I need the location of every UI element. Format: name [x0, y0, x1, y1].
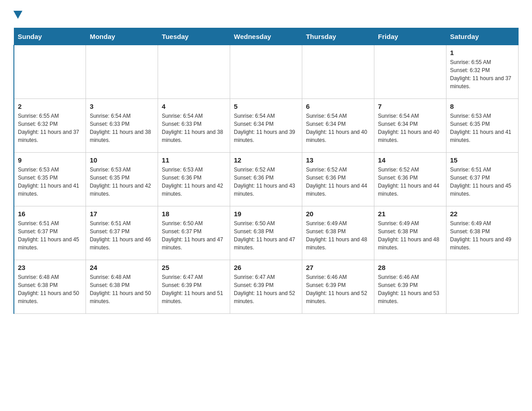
- day-info: Sunrise: 6:48 AM Sunset: 6:38 PM Dayligh…: [18, 273, 82, 305]
- day-info: Sunrise: 6:50 AM Sunset: 6:38 PM Dayligh…: [234, 219, 298, 252]
- weekday-header-friday: Friday: [374, 28, 446, 45]
- day-number: 18: [162, 210, 226, 218]
- day-number: 6: [306, 103, 370, 110]
- day-number: 9: [18, 156, 82, 164]
- day-info: Sunrise: 6:49 AM Sunset: 6:38 PM Dayligh…: [378, 219, 442, 252]
- calendar-cell: 9Sunrise: 6:53 AM Sunset: 6:35 PM Daylig…: [14, 153, 86, 206]
- page-header: [13, 9, 519, 19]
- calendar-cell: 16Sunrise: 6:51 AM Sunset: 6:37 PM Dayli…: [14, 206, 86, 260]
- day-number: 15: [450, 156, 515, 164]
- calendar-cell: 10Sunrise: 6:53 AM Sunset: 6:35 PM Dayli…: [86, 153, 158, 206]
- day-info: Sunrise: 6:55 AM Sunset: 6:32 PM Dayligh…: [450, 58, 515, 90]
- day-info: Sunrise: 6:54 AM Sunset: 6:33 PM Dayligh…: [90, 112, 154, 144]
- weekday-header-sunday: Sunday: [14, 28, 86, 45]
- day-number: 8: [450, 103, 515, 110]
- logo: [13, 9, 22, 19]
- day-number: 25: [162, 264, 226, 271]
- calendar-cell: [14, 45, 86, 99]
- calendar-cell: 13Sunrise: 6:52 AM Sunset: 6:36 PM Dayli…: [302, 153, 374, 206]
- day-number: 20: [306, 210, 370, 218]
- day-info: Sunrise: 6:53 AM Sunset: 6:35 PM Dayligh…: [18, 166, 82, 198]
- day-number: 28: [378, 264, 442, 271]
- day-number: 5: [234, 103, 298, 110]
- calendar-cell: 12Sunrise: 6:52 AM Sunset: 6:36 PM Dayli…: [230, 153, 302, 206]
- day-info: Sunrise: 6:52 AM Sunset: 6:36 PM Dayligh…: [234, 166, 298, 198]
- day-number: 13: [306, 156, 370, 164]
- day-number: 24: [90, 264, 154, 271]
- calendar-cell: 3Sunrise: 6:54 AM Sunset: 6:33 PM Daylig…: [86, 99, 158, 153]
- day-number: 12: [234, 156, 298, 164]
- day-number: 19: [234, 210, 298, 218]
- calendar-table: SundayMondayTuesdayWednesdayThursdayFrid…: [13, 28, 519, 314]
- calendar-cell: [158, 45, 230, 99]
- day-info: Sunrise: 6:55 AM Sunset: 6:32 PM Dayligh…: [18, 112, 82, 144]
- calendar-cell: 7Sunrise: 6:54 AM Sunset: 6:34 PM Daylig…: [374, 99, 446, 153]
- day-info: Sunrise: 6:46 AM Sunset: 6:39 PM Dayligh…: [378, 273, 442, 305]
- day-number: 7: [378, 103, 442, 110]
- calendar-cell: 1Sunrise: 6:55 AM Sunset: 6:32 PM Daylig…: [446, 45, 519, 99]
- day-info: Sunrise: 6:53 AM Sunset: 6:35 PM Dayligh…: [90, 166, 154, 198]
- day-number: 26: [234, 264, 298, 271]
- day-info: Sunrise: 6:50 AM Sunset: 6:37 PM Dayligh…: [162, 219, 226, 252]
- week-row-5: 23Sunrise: 6:48 AM Sunset: 6:38 PM Dayli…: [14, 260, 519, 314]
- calendar-cell: 25Sunrise: 6:47 AM Sunset: 6:39 PM Dayli…: [158, 260, 230, 314]
- weekday-header-saturday: Saturday: [446, 28, 519, 45]
- calendar-cell: 28Sunrise: 6:46 AM Sunset: 6:39 PM Dayli…: [374, 260, 446, 314]
- calendar-cell: 26Sunrise: 6:47 AM Sunset: 6:39 PM Dayli…: [230, 260, 302, 314]
- day-info: Sunrise: 6:46 AM Sunset: 6:39 PM Dayligh…: [306, 273, 370, 305]
- week-row-4: 16Sunrise: 6:51 AM Sunset: 6:37 PM Dayli…: [14, 206, 519, 260]
- calendar-cell: 5Sunrise: 6:54 AM Sunset: 6:34 PM Daylig…: [230, 99, 302, 153]
- day-info: Sunrise: 6:47 AM Sunset: 6:39 PM Dayligh…: [162, 273, 226, 305]
- day-number: 22: [450, 210, 515, 218]
- day-info: Sunrise: 6:54 AM Sunset: 6:34 PM Dayligh…: [378, 112, 442, 144]
- calendar-cell: 20Sunrise: 6:49 AM Sunset: 6:38 PM Dayli…: [302, 206, 374, 260]
- day-info: Sunrise: 6:54 AM Sunset: 6:34 PM Dayligh…: [234, 112, 298, 144]
- day-number: 21: [378, 210, 442, 218]
- week-row-3: 9Sunrise: 6:53 AM Sunset: 6:35 PM Daylig…: [14, 153, 519, 206]
- calendar-cell: 23Sunrise: 6:48 AM Sunset: 6:38 PM Dayli…: [14, 260, 86, 314]
- day-info: Sunrise: 6:52 AM Sunset: 6:36 PM Dayligh…: [378, 166, 442, 198]
- calendar-cell: 21Sunrise: 6:49 AM Sunset: 6:38 PM Dayli…: [374, 206, 446, 260]
- day-info: Sunrise: 6:49 AM Sunset: 6:38 PM Dayligh…: [306, 219, 370, 252]
- day-info: Sunrise: 6:53 AM Sunset: 6:35 PM Dayligh…: [450, 112, 515, 144]
- day-number: 3: [90, 103, 154, 110]
- day-info: Sunrise: 6:51 AM Sunset: 6:37 PM Dayligh…: [18, 219, 82, 252]
- day-number: 10: [90, 156, 154, 164]
- calendar-cell: [302, 45, 374, 99]
- day-number: 27: [306, 264, 370, 271]
- calendar-cell: [230, 45, 302, 99]
- day-number: 11: [162, 156, 226, 164]
- calendar-cell: 24Sunrise: 6:48 AM Sunset: 6:38 PM Dayli…: [86, 260, 158, 314]
- calendar-cell: 14Sunrise: 6:52 AM Sunset: 6:36 PM Dayli…: [374, 153, 446, 206]
- calendar-cell: 22Sunrise: 6:49 AM Sunset: 6:38 PM Dayli…: [446, 206, 519, 260]
- calendar-cell: 11Sunrise: 6:53 AM Sunset: 6:36 PM Dayli…: [158, 153, 230, 206]
- calendar-cell: 15Sunrise: 6:51 AM Sunset: 6:37 PM Dayli…: [446, 153, 519, 206]
- day-info: Sunrise: 6:54 AM Sunset: 6:33 PM Dayligh…: [162, 112, 226, 144]
- day-number: 2: [18, 103, 82, 110]
- weekday-header-tuesday: Tuesday: [158, 28, 230, 45]
- day-info: Sunrise: 6:49 AM Sunset: 6:38 PM Dayligh…: [450, 219, 515, 252]
- weekday-header-thursday: Thursday: [302, 28, 374, 45]
- calendar-cell: 17Sunrise: 6:51 AM Sunset: 6:37 PM Dayli…: [86, 206, 158, 260]
- calendar-cell: 6Sunrise: 6:54 AM Sunset: 6:34 PM Daylig…: [302, 99, 374, 153]
- day-info: Sunrise: 6:52 AM Sunset: 6:36 PM Dayligh…: [306, 166, 370, 198]
- weekday-header-wednesday: Wednesday: [230, 28, 302, 45]
- day-info: Sunrise: 6:54 AM Sunset: 6:34 PM Dayligh…: [306, 112, 370, 144]
- day-number: 16: [18, 210, 82, 218]
- logo-arrow-icon: [13, 11, 22, 19]
- day-number: 1: [450, 49, 515, 56]
- calendar-cell: 2Sunrise: 6:55 AM Sunset: 6:32 PM Daylig…: [14, 99, 86, 153]
- day-info: Sunrise: 6:51 AM Sunset: 6:37 PM Dayligh…: [450, 166, 515, 198]
- day-info: Sunrise: 6:53 AM Sunset: 6:36 PM Dayligh…: [162, 166, 226, 198]
- weekday-header-row: SundayMondayTuesdayWednesdayThursdayFrid…: [14, 28, 519, 45]
- day-info: Sunrise: 6:51 AM Sunset: 6:37 PM Dayligh…: [90, 219, 154, 252]
- week-row-1: 1Sunrise: 6:55 AM Sunset: 6:32 PM Daylig…: [14, 45, 519, 99]
- day-number: 17: [90, 210, 154, 218]
- day-number: 4: [162, 103, 226, 110]
- calendar-cell: 18Sunrise: 6:50 AM Sunset: 6:37 PM Dayli…: [158, 206, 230, 260]
- calendar-cell: [374, 45, 446, 99]
- week-row-2: 2Sunrise: 6:55 AM Sunset: 6:32 PM Daylig…: [14, 99, 519, 153]
- calendar-cell: 27Sunrise: 6:46 AM Sunset: 6:39 PM Dayli…: [302, 260, 374, 314]
- calendar-cell: [86, 45, 158, 99]
- day-number: 23: [18, 264, 82, 271]
